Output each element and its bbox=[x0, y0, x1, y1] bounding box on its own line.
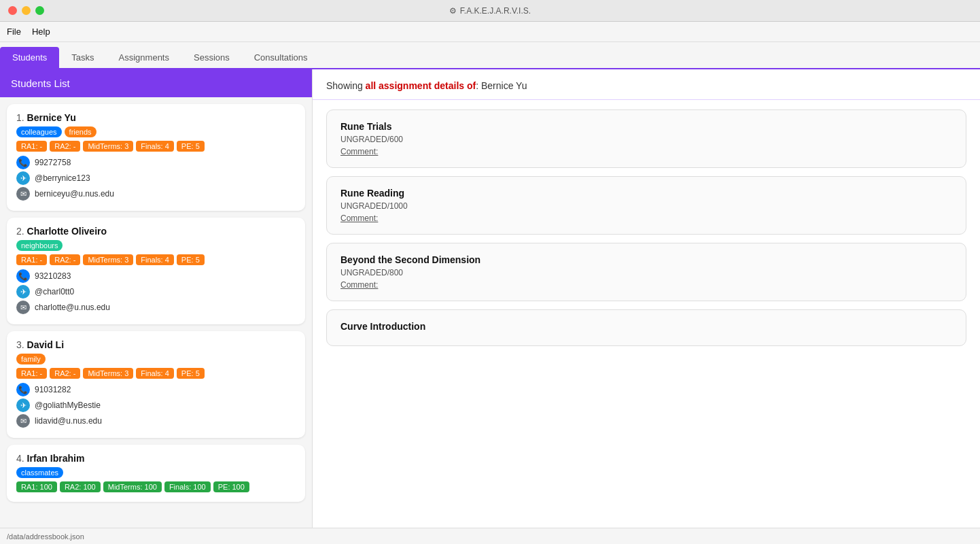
left-panel: Students List 1. Bernice Yu colleagues f… bbox=[0, 69, 313, 528]
score-finals-2: Finals: 4 bbox=[136, 254, 174, 265]
tab-sessions[interactable]: Sessions bbox=[181, 47, 242, 68]
score-ra1-2: RA1: - bbox=[16, 254, 47, 265]
menu-help[interactable]: Help bbox=[32, 27, 50, 37]
tag-classmates: classmates bbox=[16, 467, 63, 478]
score-midterms-3: MidTerms: 3 bbox=[83, 368, 133, 379]
phone-icon-3: 📞 bbox=[16, 383, 30, 396]
phone-icon-2: 📞 bbox=[16, 269, 30, 283]
tag-family: family bbox=[16, 354, 46, 364]
menu-file[interactable]: File bbox=[7, 27, 21, 37]
assignment-card-0: Rune Trials UNGRADED/600 Comment: bbox=[326, 109, 966, 168]
assignment-title-0: Rune Trials bbox=[340, 121, 952, 132]
score-ra1: RA1: - bbox=[16, 141, 47, 152]
student-scores-3: RA1: - RA2: - MidTerms: 3 Finals: 4 PE: … bbox=[16, 368, 296, 379]
score-ra1-4: RA1: 100 bbox=[16, 481, 57, 492]
score-finals: Finals: 4 bbox=[136, 141, 174, 152]
assignment-score-2: UNGRADED/800 bbox=[340, 268, 952, 277]
email-icon-1: ✉ bbox=[16, 187, 30, 201]
student-scores-2: RA1: - RA2: - MidTerms: 3 Finals: 4 PE: … bbox=[16, 254, 296, 265]
score-finals-4: Finals: 100 bbox=[164, 481, 211, 492]
assignment-comment-1: Comment: bbox=[340, 214, 952, 223]
score-midterms-2: MidTerms: 3 bbox=[83, 254, 133, 265]
assignment-score-0: UNGRADED/600 bbox=[340, 135, 952, 144]
email-row-2: ✉ charlotte@u.nus.edu bbox=[16, 301, 296, 314]
student-card-1[interactable]: 1. Bernice Yu colleagues friends RA1: - … bbox=[7, 104, 305, 211]
student-tags-1: colleagues friends bbox=[16, 126, 296, 137]
email-row-3: ✉ lidavid@u.nus.edu bbox=[16, 414, 296, 428]
score-ra1-3: RA1: - bbox=[16, 368, 47, 379]
tab-students[interactable]: Students bbox=[0, 47, 59, 68]
score-pe-2: PE: 5 bbox=[177, 254, 205, 265]
telegram-row-1: ✈ @berrynice123 bbox=[16, 171, 296, 185]
status-bar: /data/addressbook.json bbox=[0, 528, 980, 544]
student-tags-4: classmates bbox=[16, 467, 296, 478]
menu-bar: File Help bbox=[0, 22, 980, 42]
score-ra2-4: RA2: 100 bbox=[60, 481, 101, 492]
assignment-title-2: Beyond the Second Dimension bbox=[340, 254, 952, 265]
score-ra2: RA2: - bbox=[50, 141, 80, 152]
close-button[interactable] bbox=[8, 6, 17, 15]
nav-tabs: Students Tasks Assignments Sessions Cons… bbox=[0, 42, 980, 69]
score-midterms-4: MidTerms: 100 bbox=[103, 481, 162, 492]
assignment-comment-0: Comment: bbox=[340, 147, 952, 156]
students-list-header: Students List bbox=[0, 69, 312, 97]
minimize-button[interactable] bbox=[22, 6, 31, 15]
telegram-icon-2: ✈ bbox=[16, 285, 30, 299]
status-text: /data/addressbook.json bbox=[7, 532, 84, 541]
traffic-lights bbox=[8, 6, 44, 15]
phone-row-2: 📞 93210283 bbox=[16, 269, 296, 283]
phone-row-1: 📞 99272758 bbox=[16, 156, 296, 169]
tag-colleagues: colleagues bbox=[16, 126, 62, 137]
score-midterms: MidTerms: 3 bbox=[83, 141, 133, 152]
tab-consultations[interactable]: Consultations bbox=[242, 47, 320, 68]
app-title: ⚙ F.A.K.E.J.A.R.V.I.S. bbox=[449, 6, 531, 16]
students-scroll: 1. Bernice Yu colleagues friends RA1: - … bbox=[0, 97, 312, 528]
email-icon-3: ✉ bbox=[16, 414, 30, 428]
assignment-card-3: Curve Introduction bbox=[326, 309, 966, 346]
score-ra2-2: RA2: - bbox=[50, 254, 80, 265]
score-pe-4: PE: 100 bbox=[213, 481, 249, 492]
assignment-title-1: Rune Reading bbox=[340, 188, 952, 199]
right-panel: Showing all assignment details of: Berni… bbox=[313, 69, 980, 528]
student-name-2: 2. Charlotte Oliveiro bbox=[16, 226, 296, 237]
tab-assignments[interactable]: Assignments bbox=[107, 47, 181, 68]
student-card-4[interactable]: 4. Irfan Ibrahim classmates RA1: 100 RA2… bbox=[7, 445, 305, 502]
email-row-1: ✉ berniceyu@u.nus.edu bbox=[16, 187, 296, 201]
right-header: Showing all assignment details of: Berni… bbox=[313, 69, 980, 100]
assignment-score-1: UNGRADED/1000 bbox=[340, 201, 952, 211]
header-text: Showing all assignment details of: Berni… bbox=[326, 80, 966, 91]
telegram-row-2: ✈ @charl0tt0 bbox=[16, 285, 296, 299]
main-layout: Students List 1. Bernice Yu colleagues f… bbox=[0, 69, 980, 528]
assignment-card-2: Beyond the Second Dimension UNGRADED/800… bbox=[326, 243, 966, 301]
score-pe-3: PE: 5 bbox=[177, 368, 205, 379]
student-card-2[interactable]: 2. Charlotte Oliveiro neighbours RA1: - … bbox=[7, 218, 305, 324]
phone-row-3: 📞 91031282 bbox=[16, 383, 296, 396]
gear-icon: ⚙ bbox=[449, 6, 457, 16]
student-tags-2: neighbours bbox=[16, 240, 296, 251]
tab-tasks[interactable]: Tasks bbox=[59, 47, 106, 68]
assignment-title-3: Curve Introduction bbox=[340, 321, 952, 332]
score-pe: PE: 5 bbox=[177, 141, 205, 152]
telegram-row-3: ✈ @goliathMyBestie bbox=[16, 398, 296, 412]
student-scores-4: RA1: 100 RA2: 100 MidTerms: 100 Finals: … bbox=[16, 481, 296, 492]
tag-friends: friends bbox=[65, 126, 97, 137]
tag-neighbours: neighbours bbox=[16, 240, 63, 251]
phone-icon-1: 📞 bbox=[16, 156, 30, 169]
student-tags-3: family bbox=[16, 354, 296, 364]
student-name-3: 3. David Li bbox=[16, 339, 296, 350]
assignment-comment-2: Comment: bbox=[340, 280, 952, 290]
student-card-3[interactable]: 3. David Li family RA1: - RA2: - MidTerm… bbox=[7, 331, 305, 438]
score-ra2-3: RA2: - bbox=[50, 368, 80, 379]
student-name-1: 1. Bernice Yu bbox=[16, 112, 296, 123]
student-name-4: 4. Irfan Ibrahim bbox=[16, 453, 296, 464]
telegram-icon-1: ✈ bbox=[16, 171, 30, 185]
assignment-card-1: Rune Reading UNGRADED/1000 Comment: bbox=[326, 176, 966, 235]
assignments-scroll: Rune Trials UNGRADED/600 Comment: Rune R… bbox=[313, 100, 980, 528]
student-scores-1: RA1: - RA2: - MidTerms: 3 Finals: 4 PE: … bbox=[16, 141, 296, 152]
title-bar: ⚙ F.A.K.E.J.A.R.V.I.S. bbox=[0, 0, 980, 22]
score-finals-3: Finals: 4 bbox=[136, 368, 174, 379]
maximize-button[interactable] bbox=[35, 6, 44, 15]
email-icon-2: ✉ bbox=[16, 301, 30, 314]
telegram-icon-3: ✈ bbox=[16, 398, 30, 412]
